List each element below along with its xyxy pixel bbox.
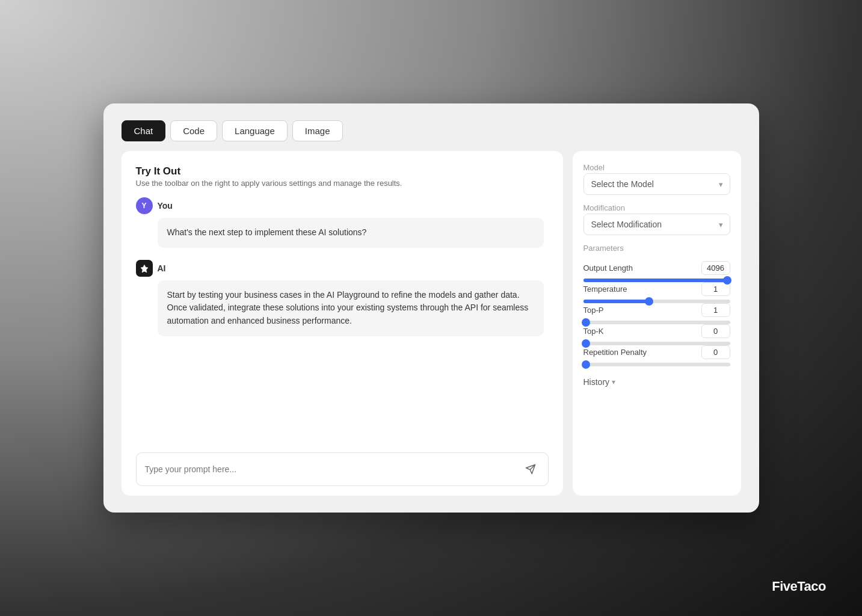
- param-header-0: Output Length4096: [583, 261, 730, 275]
- avatar-ai: [136, 260, 153, 277]
- history-chevron-icon: ▾: [612, 378, 615, 386]
- slider-track-4[interactable]: [583, 363, 730, 366]
- tab-chat[interactable]: Chat: [122, 120, 166, 141]
- avatar-user: Y: [136, 197, 153, 214]
- parameters-section: Parameters: [583, 244, 730, 253]
- brand-logo: FiveTaco: [772, 579, 826, 594]
- slider-thumb-3[interactable]: [582, 339, 590, 348]
- slider-thumb-4[interactable]: [582, 360, 590, 369]
- chat-title: Try It Out: [136, 165, 549, 177]
- param-row-2: Top-P1: [583, 303, 730, 324]
- model-select[interactable]: Select the Model: [583, 173, 730, 195]
- model-label: Model: [583, 163, 730, 172]
- param-header-4: Repetition Penalty0: [583, 345, 730, 359]
- message-row-ai: AI Start by testing your business cases …: [136, 260, 544, 336]
- param-name-1: Temperature: [583, 285, 627, 294]
- modification-section: Modification Select Modification ▾: [583, 203, 730, 235]
- slider-thumb-2[interactable]: [582, 318, 590, 327]
- author-name-ai: AI: [158, 263, 166, 273]
- param-header-3: Top-K0: [583, 324, 730, 338]
- author-name-user: You: [158, 201, 173, 211]
- slider-track-2[interactable]: [583, 321, 730, 324]
- tab-image[interactable]: Image: [292, 120, 343, 141]
- message-bubble-ai: Start by testing your business cases in …: [158, 280, 544, 336]
- slider-track-1[interactable]: [583, 300, 730, 303]
- tab-code[interactable]: Code: [170, 120, 217, 141]
- chat-messages: Y You What's the next step to implement …: [136, 197, 549, 443]
- param-header-2: Top-P1: [583, 303, 730, 317]
- model-section: Model Select the Model ▾: [583, 163, 730, 195]
- chat-input[interactable]: [145, 464, 517, 474]
- param-name-0: Output Length: [583, 263, 633, 273]
- chat-header: Try It Out Use the toolbar on the right …: [136, 165, 549, 188]
- modification-select-wrapper: Select Modification ▾: [583, 214, 730, 235]
- param-name-2: Top-P: [583, 306, 604, 315]
- param-rows: Output Length4096Temperature1Top-P1Top-K…: [583, 261, 730, 366]
- main-content: Try It Out Use the toolbar on the right …: [122, 151, 741, 496]
- param-value-0: 4096: [701, 261, 730, 275]
- slider-track-3[interactable]: [583, 342, 730, 345]
- slider-fill-0: [583, 279, 727, 282]
- chat-input-area[interactable]: [136, 452, 549, 486]
- chat-panel: Try It Out Use the toolbar on the right …: [122, 151, 563, 496]
- settings-panel: Model Select the Model ▾ Modification Se…: [573, 151, 741, 496]
- param-value-3: 0: [701, 324, 730, 338]
- app-container: Chat Code Language Image Try It Out Use …: [103, 103, 759, 513]
- param-name-4: Repetition Penalty: [583, 348, 647, 357]
- param-row-3: Top-K0: [583, 324, 730, 345]
- modification-select[interactable]: Select Modification: [583, 214, 730, 235]
- param-header-1: Temperature1: [583, 282, 730, 296]
- message-author-ai: AI: [136, 260, 544, 277]
- slider-thumb-1[interactable]: [645, 297, 653, 306]
- message-bubble-user: What's the next step to implement these …: [158, 218, 544, 248]
- slider-track-0[interactable]: [583, 279, 730, 282]
- model-select-wrapper: Select the Model ▾: [583, 173, 730, 195]
- parameters-label: Parameters: [583, 244, 730, 253]
- tabs-bar: Chat Code Language Image: [122, 120, 741, 141]
- param-row-4: Repetition Penalty0: [583, 345, 730, 366]
- history-row[interactable]: History ▾: [583, 375, 730, 387]
- message-row-user: Y You What's the next step to implement …: [136, 197, 544, 248]
- slider-thumb-0[interactable]: [723, 276, 731, 285]
- slider-fill-1: [583, 300, 650, 303]
- chat-subtitle: Use the toolbar on the right to apply va…: [136, 179, 549, 188]
- modification-label: Modification: [583, 203, 730, 212]
- param-value-4: 0: [701, 345, 730, 359]
- param-row-0: Output Length4096: [583, 261, 730, 282]
- send-button[interactable]: [522, 460, 540, 478]
- tab-language[interactable]: Language: [222, 120, 288, 141]
- message-author-user: Y You: [136, 197, 544, 214]
- param-value-2: 1: [701, 303, 730, 317]
- param-row-1: Temperature1: [583, 282, 730, 303]
- history-label: History: [583, 377, 610, 387]
- param-name-3: Top-K: [583, 327, 604, 336]
